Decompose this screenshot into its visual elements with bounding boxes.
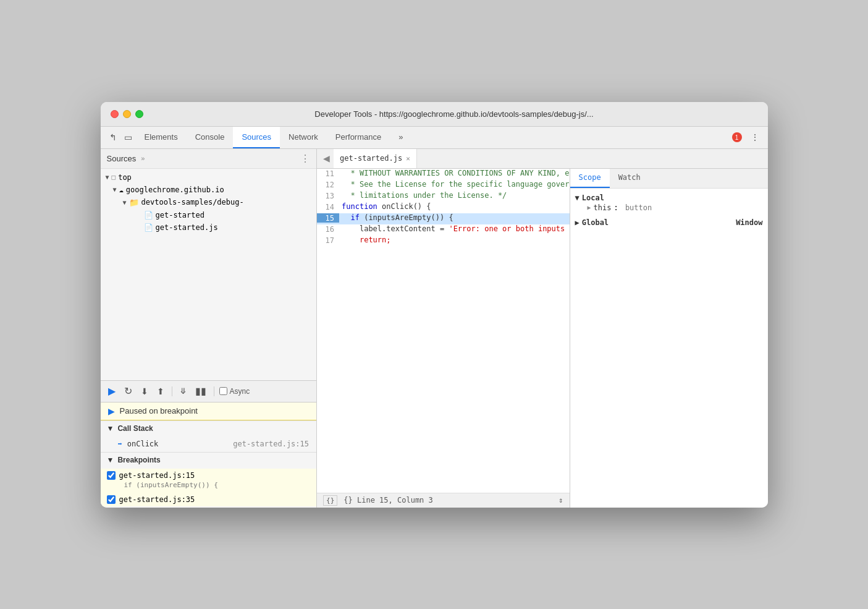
breakpoint-file-2: get-started.js:35 xyxy=(119,495,195,504)
breakpoint-row-1: get-started.js:15 xyxy=(107,471,311,480)
source-tab-nav-icon[interactable]: ◀ xyxy=(319,149,334,168)
status-icon-right[interactable]: ⇕ xyxy=(558,496,563,505)
tree-item-origin[interactable]: ▼ ☁ googlechrome.github.io xyxy=(101,184,317,196)
deactivate-button[interactable]: ⤋ xyxy=(177,385,189,397)
line-num-12: 12 xyxy=(317,180,339,189)
scope-local-header[interactable]: ▼ Local xyxy=(575,194,763,202)
source-and-scope: 11 * WITHOUT WARRANTIES OR CONDITIONS OF… xyxy=(317,169,767,508)
top-frame-icon: □ xyxy=(112,173,116,181)
scope-local-this[interactable]: ▶ this : button xyxy=(575,202,763,213)
code-line-14: 14 function onClick() { xyxy=(317,202,569,213)
debugger-toolbar: ▶ ↻ ⬇ ⬆ ⤋ ▮▮ Async xyxy=(101,380,317,402)
title-bar: Developer Tools - https://googlechrome.g… xyxy=(101,102,768,127)
left-panel: Sources » ⋮ ▼ □ top ▼ ☁ googlechrome.git… xyxy=(101,149,318,508)
scope-global-header[interactable]: ▶ Global Window xyxy=(575,218,763,227)
triangle-down-call-stack: ▼ xyxy=(107,424,114,433)
resume-button[interactable]: ▶ xyxy=(106,384,118,398)
toolbar-divider xyxy=(172,386,172,396)
line-content-16: label.textContent = 'Error: one or both … xyxy=(339,224,569,233)
panel-actions-icon[interactable]: ⋮ xyxy=(300,153,310,164)
code-viewer: 11 * WITHOUT WARRANTIES OR CONDITIONS OF… xyxy=(317,169,570,508)
minimize-button[interactable] xyxy=(123,110,131,118)
scope-this-value: button xyxy=(625,203,652,212)
tree-item-top[interactable]: ▼ □ top xyxy=(101,171,317,184)
step-out-button[interactable]: ⬆ xyxy=(154,385,167,398)
line-content-14: function onClick() { xyxy=(339,202,569,211)
pause-button[interactable]: ▮▮ xyxy=(193,384,209,398)
triangle-down-icon: ▼ xyxy=(106,174,109,181)
line-num-15: 15 xyxy=(317,213,339,223)
line-content-15: if (inputsAreEmpty()) { xyxy=(339,213,569,222)
breakpoints-content: get-started.js:15 if (inputsAreEmpty()) … xyxy=(101,467,317,508)
breakpoint-checkbox-2[interactable] xyxy=(107,495,116,504)
maximize-button[interactable] xyxy=(135,110,143,118)
devtools-window: Developer Tools - https://googlechrome.g… xyxy=(101,102,768,508)
breakpoint-item-1: get-started.js:15 if (inputsAreEmpty()) … xyxy=(101,469,317,493)
line-content-17: return; xyxy=(339,236,569,244)
code-line-13: 13 * limitations under the License. */ xyxy=(317,191,569,202)
sources-more-icon[interactable]: » xyxy=(141,155,145,162)
source-tab-name: get-started.js xyxy=(340,154,402,163)
tab-network[interactable]: Network xyxy=(280,127,327,148)
line-num-17: 17 xyxy=(317,236,339,245)
async-checkbox[interactable] xyxy=(219,387,227,395)
scope-section-local: ▼ Local ▶ this : button xyxy=(570,191,768,216)
code-line-12: 12 * See the License for the specific la… xyxy=(317,180,569,191)
traffic-lights xyxy=(111,110,143,118)
code-content: 11 * WITHOUT WARRANTIES OR CONDITIONS OF… xyxy=(317,169,569,493)
breakpoint-file-1: get-started.js:15 xyxy=(119,471,195,480)
code-line-15: 15 if (inputsAreEmpty()) { xyxy=(317,213,569,224)
devtools-tabs-bar: ↰ ▭ Elements Console Sources Network Per… xyxy=(101,127,768,149)
tree-item-folder[interactable]: ▼ 📁 devtools-samples/debug- xyxy=(101,196,317,209)
line-num-13: 13 xyxy=(317,191,339,200)
breakpoints-header[interactable]: ▼ Breakpoints xyxy=(101,453,317,467)
triangle-down-icon-3: ▼ xyxy=(123,199,127,206)
step-into-button[interactable]: ⬇ xyxy=(138,385,151,398)
paused-arrow-icon: ▶ xyxy=(108,406,115,416)
breakpoints-section: ▼ Breakpoints get-started.js:15 if (inpu… xyxy=(101,452,317,508)
file-tree: ▼ □ top ▼ ☁ googlechrome.github.io ▼ 📁 d… xyxy=(101,169,317,380)
step-over-button[interactable]: ↻ xyxy=(122,384,135,398)
code-line-16: 16 label.textContent = 'Error: one or bo… xyxy=(317,224,569,236)
tab-scope[interactable]: Scope xyxy=(570,169,610,188)
scope-global-label: Global xyxy=(582,218,609,227)
status-bar-right: ⇕ xyxy=(558,496,563,505)
tree-item-get-started-js[interactable]: 📄 get-started.js xyxy=(101,221,317,234)
tab-sources[interactable]: Sources xyxy=(233,127,280,148)
line-content-11: * WITHOUT WARRANTIES OR CONDITIONS OF AN… xyxy=(339,169,569,177)
window-title: Developer Tools - https://googlechrome.g… xyxy=(151,109,758,119)
call-stack-item-onclick[interactable]: ➡ onClick get-started.js:15 xyxy=(101,437,317,451)
tab-more[interactable]: » xyxy=(390,127,411,148)
source-tab-get-started-js[interactable]: get-started.js ✕ xyxy=(334,149,417,168)
file-icon-yellow: 📄 xyxy=(144,223,153,232)
breakpoint-row-2: get-started.js:35 xyxy=(107,495,311,504)
tree-item-get-started[interactable]: 📄 get-started xyxy=(101,209,317,221)
scope-section-global: ▶ Global Window xyxy=(570,216,768,229)
triangle-right-this: ▶ xyxy=(588,204,591,211)
more-options-icon[interactable]: ⋮ xyxy=(747,127,763,148)
close-button[interactable] xyxy=(111,110,119,118)
tab-performance[interactable]: Performance xyxy=(327,127,390,148)
code-line-11: 11 * WITHOUT WARRANTIES OR CONDITIONS OF… xyxy=(317,169,569,180)
call-stack-header[interactable]: ▼ Call Stack xyxy=(101,421,317,436)
paused-banner: ▶ Paused on breakpoint xyxy=(101,402,317,420)
cursor-icon[interactable]: ↰ xyxy=(106,127,120,148)
tab-watch[interactable]: Watch xyxy=(610,169,649,188)
line-content-13: * limitations under the License. */ xyxy=(339,191,569,200)
async-label: Async xyxy=(230,387,250,396)
status-pretty-print[interactable]: {} xyxy=(323,495,337,506)
breakpoint-checkbox-1[interactable] xyxy=(107,471,116,480)
call-stack-arrow-icon: ➡ xyxy=(118,440,122,448)
source-tabs-bar: ◀ get-started.js ✕ xyxy=(317,149,767,169)
status-bar: {} {} Line 15, Column 3 ⇕ xyxy=(317,493,569,508)
sources-panel-header: Sources » ⋮ xyxy=(101,149,317,169)
call-stack-label: Call Stack xyxy=(117,424,153,433)
source-tab-close-icon[interactable]: ✕ xyxy=(406,155,410,163)
call-stack-content: ➡ onClick get-started.js:15 xyxy=(101,436,317,452)
tab-elements[interactable]: Elements xyxy=(136,127,187,148)
tab-console[interactable]: Console xyxy=(187,127,234,148)
call-stack-section: ▼ Call Stack ➡ onClick get-started.js:15 xyxy=(101,420,317,452)
scope-panel: Scope Watch ▼ Local xyxy=(570,169,768,508)
right-panel: ◀ get-started.js ✕ 11 * WITHOUT WARRANTI… xyxy=(317,149,767,508)
layers-icon[interactable]: ▭ xyxy=(120,127,136,148)
